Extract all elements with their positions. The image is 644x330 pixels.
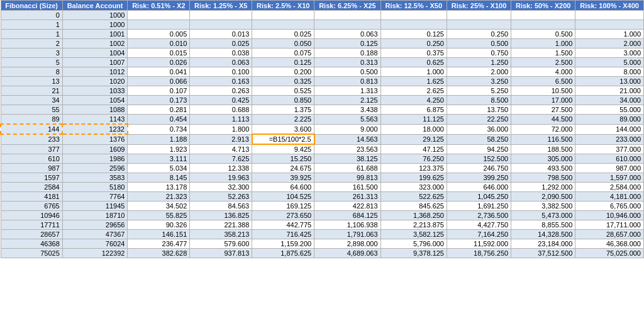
table-cell: 399.250 <box>447 173 511 183</box>
table-row: 310040.0150.0380.0750.1880.3750.7501.500… <box>1 48 644 58</box>
table-cell: 116.500 <box>511 134 575 144</box>
table-cell: 55.000 <box>575 105 644 115</box>
table-cell: 28657 <box>1 230 62 239</box>
table-cell: 0.850 <box>252 96 314 105</box>
table-cell: 6.875 <box>380 105 447 115</box>
table-cell: 2 <box>1 39 62 48</box>
table-cell: 610.000 <box>575 154 644 164</box>
table-cell: 1,875.625 <box>252 249 314 258</box>
table-cell: 246.750 <box>447 164 511 173</box>
table-cell: 29.125 <box>380 134 447 144</box>
table-cell: 17,711.000 <box>575 220 644 230</box>
table-cell: 24.675 <box>252 164 314 173</box>
table-cell: 0 <box>1 11 62 20</box>
table-cell: 1376 <box>62 134 128 144</box>
table-cell: 3.250 <box>447 77 511 86</box>
table-cell: 0.015 <box>128 48 190 58</box>
column-header-2: Risk: 0.51% - X2 <box>128 1 190 11</box>
table-row: 23313761.1882.913=B15/100*2.514.56329.12… <box>1 134 644 144</box>
table-cell: 579.600 <box>190 239 252 249</box>
table-cell <box>252 20 314 30</box>
table-cell: 987.000 <box>575 164 644 173</box>
table-cell: 1143 <box>62 115 128 125</box>
table-cell: 3.600 <box>252 124 314 134</box>
table-cell: 261.313 <box>314 192 380 202</box>
table-cell: 72.000 <box>511 124 575 134</box>
table-cell: 0.163 <box>190 77 252 86</box>
table-cell: 0.025 <box>190 39 252 48</box>
table-cell: 0.750 <box>447 48 511 58</box>
table-cell: 522.625 <box>380 192 447 202</box>
table-cell: 1012 <box>62 67 128 77</box>
table-cell: 0.026 <box>128 58 190 67</box>
table-cell: 89 <box>1 115 62 125</box>
table-cell: 1000 <box>62 20 128 30</box>
table-cell: 1,691.250 <box>447 202 511 211</box>
column-header-5: Risk: 6.25% - X25 <box>314 1 380 11</box>
table-cell: 4,689.063 <box>314 249 380 258</box>
table-cell: 21 <box>1 86 62 96</box>
table-cell: 5.563 <box>314 115 380 125</box>
table-cell: 0.050 <box>252 39 314 48</box>
table-row: 61019863.1117.62515.25038.12576.250152.5… <box>1 154 644 164</box>
table-cell: 8.145 <box>128 173 190 183</box>
table-cell: 0.013 <box>190 30 252 39</box>
table-cell: 18710 <box>62 211 128 220</box>
table-cell <box>314 11 380 20</box>
table-cell: 1.188 <box>128 134 190 144</box>
table-cell: 10,946.000 <box>575 211 644 220</box>
fibonacci-risk-table: Fibonacci (Size)Balance AccountRisk: 0.5… <box>0 0 644 258</box>
table-cell: 4.713 <box>190 144 252 154</box>
table-cell: 17711 <box>1 220 62 230</box>
table-cell: 7.625 <box>190 154 252 164</box>
table-cell: 8 <box>1 67 62 77</box>
table-cell: 3 <box>1 48 62 58</box>
table-cell: 1609 <box>62 144 128 154</box>
table-cell: 3,382.500 <box>511 202 575 211</box>
table-cell: 0.200 <box>252 67 314 77</box>
table-cell: 6765 <box>1 202 62 211</box>
table-cell: 47367 <box>62 230 128 239</box>
table-cell: 0.063 <box>314 30 380 39</box>
table-cell: 1001 <box>62 30 128 39</box>
table-cell: 7764 <box>62 192 128 202</box>
table-cell: 55 <box>1 105 62 115</box>
table-cell: 0.100 <box>190 67 252 77</box>
column-header-3: Risk: 1.25% - X5 <box>190 1 252 11</box>
table-cell: 0.313 <box>314 58 380 67</box>
table-cell: 18.000 <box>380 124 447 134</box>
table-cell <box>380 20 447 30</box>
table-row: 14412320.7341.8003.6009.00018.00036.0007… <box>1 124 644 134</box>
table-cell: 0.107 <box>128 86 190 96</box>
table-row: 210020.0100.0250.0500.1250.2500.5001.000… <box>1 39 644 48</box>
table-cell: 233 <box>1 134 62 144</box>
table-cell: 58.250 <box>447 134 511 144</box>
table-cell: 1007 <box>62 58 128 67</box>
column-header-4: Risk: 2.5% - X10 <box>252 1 314 11</box>
table-cell: 5,473.000 <box>511 211 575 220</box>
table-cell: 610 <box>1 154 62 164</box>
table-cell: 10.500 <box>511 86 575 96</box>
table-cell: 122392 <box>62 249 128 258</box>
table-cell: 19.963 <box>190 173 252 183</box>
table-cell: 34 <box>1 96 62 105</box>
table-cell: 144.000 <box>575 124 644 134</box>
table-cell: 10946 <box>1 211 62 220</box>
table-cell: 0.005 <box>128 30 190 39</box>
table-cell[interactable]: =B15/100*2.5 <box>252 134 314 144</box>
table-cell: 0.325 <box>252 77 314 86</box>
table-cell: 236.477 <box>128 239 190 249</box>
table-row: 2584518013.17832.30064.600161.500323.000… <box>1 183 644 192</box>
table-cell: 0.625 <box>380 58 447 67</box>
table-cell: 1232 <box>62 124 128 134</box>
table-cell: 0.281 <box>128 105 190 115</box>
table-cell: 5.034 <box>128 164 190 173</box>
table-cell: 2,584.000 <box>575 183 644 192</box>
table-cell <box>511 20 575 30</box>
table-cell: 987 <box>1 164 62 173</box>
table-cell: 5180 <box>62 183 128 192</box>
table-cell: 23,184.000 <box>511 239 575 249</box>
table-cell: 15.250 <box>252 154 314 164</box>
table-cell: 4,181.000 <box>575 192 644 202</box>
table-cell <box>447 11 511 20</box>
